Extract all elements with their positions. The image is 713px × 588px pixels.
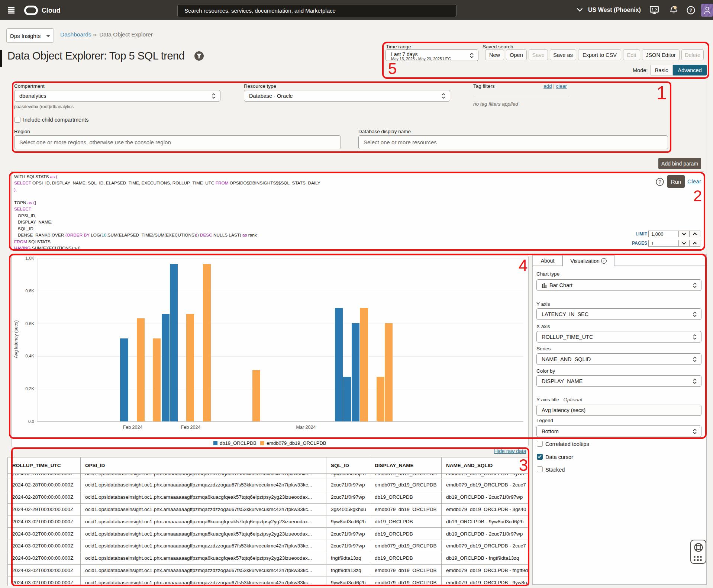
svg-text:i: i	[603, 259, 604, 263]
